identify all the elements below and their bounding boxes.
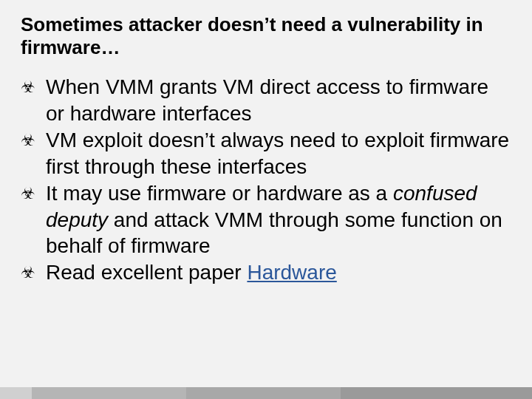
bullet-item: ☣ VM exploit doesn’t always need to expl…	[21, 127, 511, 180]
biohazard-icon: ☣	[21, 132, 38, 149]
slide: Sometimes attacker doesn’t need a vulner…	[0, 0, 532, 399]
bullet-text-post: and attack VMM through some function on …	[46, 208, 502, 258]
bullet-text: VM exploit doesn’t always need to exploi…	[46, 129, 509, 178]
biohazard-icon: ☣	[21, 264, 38, 282]
bullet-list: ☣ When VMM grants VM direct access to fi…	[21, 74, 511, 286]
bullet-text: When VMM grants VM direct access to firm…	[46, 75, 488, 125]
footer-bar	[0, 387, 532, 399]
bullet-item: ☣ It may use firmware or hardware as a c…	[21, 180, 511, 259]
slide-title: Sometimes attacker doesn’t need a vulner…	[21, 13, 511, 59]
bullet-text-pre: It may use firmware or hardware as a	[46, 182, 393, 205]
biohazard-icon: ☣	[21, 78, 38, 96]
biohazard-icon: ☣	[21, 185, 38, 202]
paper-link[interactable]: Hardware	[247, 261, 336, 284]
bullet-item: ☣ When VMM grants VM direct access to fi…	[21, 74, 511, 127]
bullet-item: ☣ Read excellent paper Hardware	[21, 259, 511, 286]
bullet-text-pre: Read excellent paper	[46, 261, 247, 284]
